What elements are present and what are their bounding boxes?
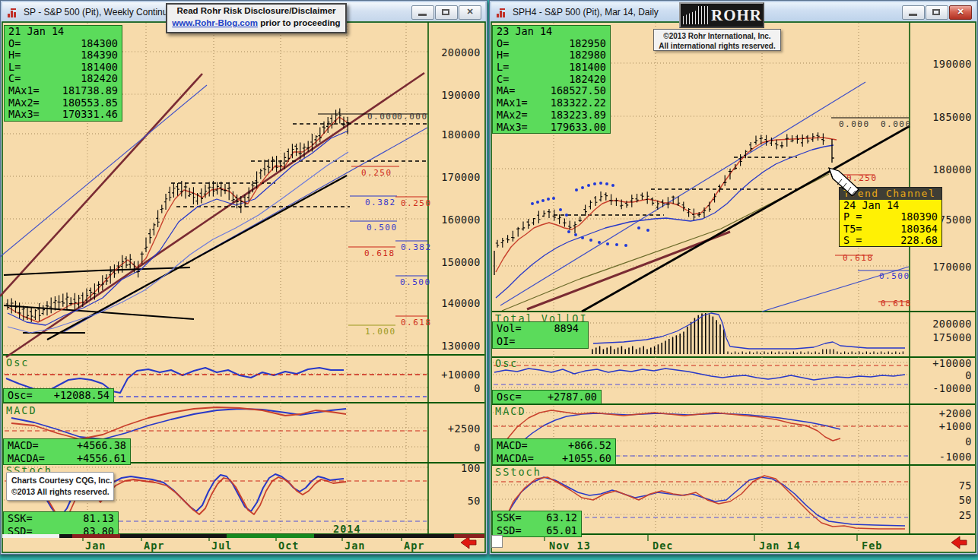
year-label: 2014 <box>333 523 361 535</box>
fib-label: 0.250 <box>846 173 878 183</box>
scale-label: +10000 <box>916 357 972 369</box>
scale-label: +2000 <box>916 407 972 419</box>
scale-label: 0 <box>424 441 481 454</box>
scale-label: 200000 <box>916 318 972 330</box>
maximize-button[interactable] <box>926 5 948 20</box>
y-axis-label: 150000 <box>424 256 481 268</box>
scale-label: 0 <box>424 382 481 394</box>
scale-label: 75 <box>916 479 972 492</box>
rohr-blog-link[interactable]: www.Rohr-Blog.com <box>172 18 258 27</box>
trend-channel-title: Trend Channel <box>840 188 941 200</box>
x-axis-label: Apr <box>144 539 164 552</box>
desktop: SP - S&P 500 (Pit), Weekly Continuation … <box>0 0 978 560</box>
panel-label-macd: MACD <box>495 405 526 417</box>
cqg-app-icon <box>7 7 19 17</box>
panel-label-macd: MACD <box>6 404 37 416</box>
fib-label: 0.000 <box>367 112 399 122</box>
fib-label: 0.500 <box>400 277 431 287</box>
fib-label: 0.000 <box>397 112 428 122</box>
x-axis-label: Dec <box>653 539 673 552</box>
rohr-copyright-box: ©2013 Rohr International, Inc. All inter… <box>653 29 781 51</box>
window-title: SPH4 - S&P 500 (Pit), Mar 14, Daily <box>513 7 659 17</box>
x-axis-label: Jan <box>345 539 365 552</box>
fib-label: 0.618 <box>843 253 874 263</box>
scale-label: 50 <box>424 495 481 507</box>
x-axis-label: Oct <box>278 539 299 552</box>
fib-label: 0.250 <box>361 168 392 178</box>
year-ribbon-segment <box>454 534 484 538</box>
quote-box-daily: 23 Jan 14 O=182950 H=182980 L=181400 C=1… <box>492 25 611 134</box>
fib-label: 0.618 <box>401 318 432 327</box>
close-button[interactable]: ✕ <box>949 5 972 20</box>
macd-value-box: MACD=+866.52 MACDA=+1055.60 <box>492 438 616 465</box>
fib-label: 0.500 <box>367 223 398 233</box>
volume-value-box: Vol=8894 OI= <box>492 321 589 349</box>
year-ribbon-segment <box>2 534 59 538</box>
fib-label: 0.382 <box>365 198 396 207</box>
y-axis-label: 190000 <box>916 58 972 70</box>
rohr-logo-chart-icon <box>683 6 710 24</box>
year-ribbon-segment <box>59 534 72 538</box>
trend-channel-tooltip: Trend Channel 24 Jan 14 P =180390 T5=180… <box>839 187 942 247</box>
scale-label: -10000 <box>916 382 972 394</box>
quote-box-weekly: 21 Jan 14 O=184300 H=184390 L=181400 C=1… <box>4 25 122 122</box>
cqg-app-icon <box>496 7 508 17</box>
y-axis-label: 160000 <box>424 214 481 226</box>
maximize-button[interactable] <box>435 5 458 20</box>
minimize-button[interactable] <box>411 5 434 20</box>
risk-disclaimer-box: Read Rohr Risk Disclosure/Disclaimer www… <box>166 3 347 33</box>
x-axis-label: Jan <box>85 539 106 552</box>
fib-label: 0.000 <box>881 119 912 129</box>
fib-label: 0.250 <box>401 198 432 208</box>
scale-label: +2500 <box>424 422 481 435</box>
panel-label-sstoch: SStoch <box>495 466 541 478</box>
fib-label: 0.500 <box>879 271 910 281</box>
x-axis-label: Apr <box>404 539 424 552</box>
scrollbar-thumb[interactable] <box>491 535 503 548</box>
scale-label: +10000 <box>424 369 481 381</box>
minimize-button[interactable] <box>902 5 925 20</box>
fib-label: 1.000 <box>365 327 396 337</box>
year-ribbon-segment <box>227 534 314 538</box>
y-axis-label: 200000 <box>424 46 481 59</box>
x-axis-label: Nov 13 <box>549 539 591 552</box>
scale-label: 25 <box>916 509 972 521</box>
y-axis-label: 185000 <box>916 111 972 123</box>
fib-label: 0.618 <box>364 248 395 258</box>
year-ribbon-segment <box>314 534 454 538</box>
osc-value-box: Osc=+2787.00 <box>492 390 602 404</box>
panel-label-osc: Osc <box>495 357 518 369</box>
scale-label: 100 <box>424 462 481 474</box>
scale-label: +1000 <box>916 420 972 432</box>
cqg-courtesy-box: Charts Courtesy CQG, Inc. ©2013 All righ… <box>6 472 114 501</box>
quote-date: 23 Jan 14 <box>493 26 610 38</box>
scale-label: 50 <box>916 494 972 506</box>
fib-label: 0.618 <box>881 299 912 308</box>
y-axis-label: 170000 <box>916 261 972 273</box>
x-axis-label: Jul <box>211 539 232 552</box>
close-button[interactable]: ✕ <box>459 5 481 20</box>
y-axis-label: 130000 <box>424 340 481 352</box>
osc-value-box: Osc=+12088.54 <box>3 388 114 403</box>
x-axis-label: Feb <box>862 539 882 552</box>
sstoch-value-box: SSK=63.12 SSD=65.01 <box>492 511 582 537</box>
y-axis-label: 140000 <box>424 297 481 309</box>
y-axis-label: 180000 <box>424 128 481 141</box>
macd-value-box: MACD=+4566.38 MACDA=+4556.61 <box>3 438 131 465</box>
scale-label: 0 <box>916 435 972 448</box>
quote-date: 21 Jan 14 <box>5 26 122 38</box>
year-ribbon-segment <box>120 534 227 538</box>
x-axis-label: Jan 14 <box>759 539 801 552</box>
fib-label: 0.000 <box>839 119 870 129</box>
y-axis-label: 180000 <box>916 163 972 176</box>
fib-label: 0.382 <box>401 242 432 252</box>
scale-label: -1000 <box>916 451 972 463</box>
year-ribbon-segment <box>72 534 120 538</box>
window-title: SP - S&P 500 (Pit), Weekly Continuation <box>24 7 187 17</box>
panel-label-osc: Osc <box>6 356 29 369</box>
scale-label: 0 <box>916 369 972 381</box>
scale-label: 175000 <box>916 331 972 343</box>
y-axis-label: 190000 <box>424 89 481 101</box>
rohr-logo: ROHR <box>679 2 764 28</box>
y-axis-label: 170000 <box>424 171 481 183</box>
